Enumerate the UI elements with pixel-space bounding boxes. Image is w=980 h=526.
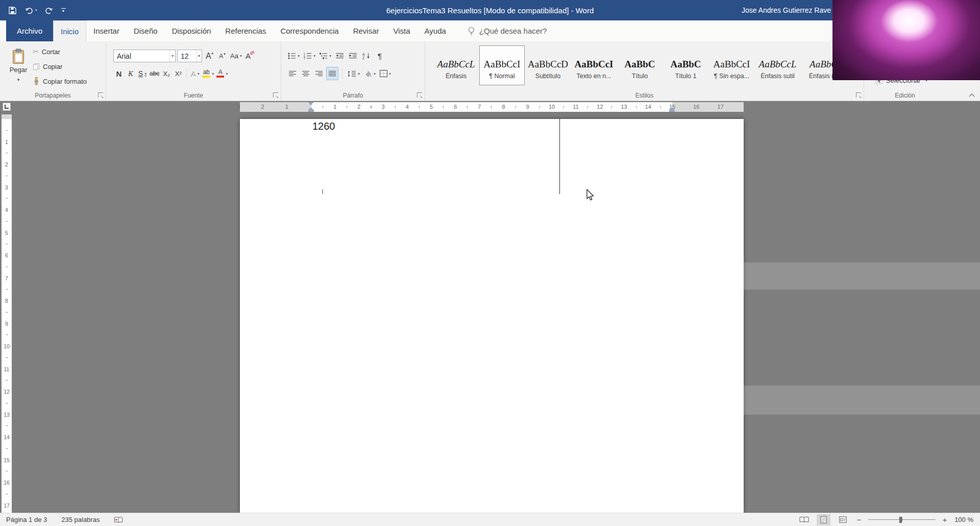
- chevron-down-icon[interactable]: [169, 50, 175, 62]
- shrink-font-button[interactable]: A: [216, 50, 228, 62]
- print-layout-button[interactable]: [817, 514, 830, 525]
- increase-indent-button[interactable]: [348, 50, 359, 62]
- grow-font-button[interactable]: A: [204, 50, 215, 62]
- ruler-number: 5: [430, 104, 433, 110]
- tell-me-search[interactable]: ¿Qué desea hacer?: [453, 20, 547, 41]
- horizontal-ruler[interactable]: 3211234567891011121314151617: [240, 102, 744, 112]
- tab-diseno[interactable]: Diseño: [127, 20, 165, 41]
- paste-button[interactable]: Pegar: [6, 46, 31, 90]
- underline-button[interactable]: S: [137, 67, 148, 80]
- customize-quick-access-button[interactable]: [61, 8, 66, 13]
- chevron-down-icon[interactable]: [196, 50, 202, 62]
- bold-button[interactable]: N: [113, 67, 125, 80]
- decrease-indent-button[interactable]: [334, 50, 346, 62]
- align-center-button[interactable]: [300, 67, 311, 80]
- tab-ayuda[interactable]: Ayuda: [418, 20, 453, 41]
- zoom-slider[interactable]: [868, 516, 936, 523]
- italic-button[interactable]: K: [125, 67, 136, 80]
- borders-button[interactable]: [379, 67, 392, 80]
- text-effects-button[interactable]: A: [189, 67, 201, 80]
- copy-button[interactable]: Copiar: [33, 60, 103, 73]
- clipboard-dialog-launcher[interactable]: [98, 92, 103, 98]
- web-layout-button[interactable]: [836, 514, 850, 525]
- paste-label: Pegar: [10, 66, 28, 74]
- zoom-level[interactable]: 100 %: [954, 516, 973, 523]
- red-bar: [216, 76, 224, 78]
- style-normal[interactable]: AaBbCcI¶ Normal: [480, 46, 524, 85]
- shading-button[interactable]: [363, 67, 377, 80]
- save-button[interactable]: [8, 6, 17, 15]
- grow-font-label: A: [206, 52, 211, 61]
- style-enfasis-sutil[interactable]: AaBbCcLÉnfasis sutil: [755, 46, 800, 85]
- styles-group: AaBbCcLÉnfasis AaBbCcI¶ Normal AaBbCcDSu…: [425, 41, 864, 101]
- tab-inicio[interactable]: Inicio: [53, 20, 86, 41]
- tab-revisar[interactable]: Revisar: [346, 20, 386, 41]
- font-size-combobox[interactable]: 12: [177, 50, 202, 62]
- right-indent-marker[interactable]: [669, 107, 675, 112]
- numbering-button[interactable]: 123: [303, 50, 316, 62]
- paragraph-group: 123 AZ ¶: [281, 41, 425, 101]
- bullets-button[interactable]: [287, 50, 301, 62]
- sort-button[interactable]: AZ: [361, 50, 372, 62]
- ruler-number: 3: [5, 184, 8, 190]
- group-label-styles: Estilos: [425, 92, 864, 99]
- font-dialog-launcher[interactable]: [273, 92, 278, 98]
- proofing-status[interactable]: [114, 516, 123, 523]
- style-sin-espaciado[interactable]: AaBbCcI¶ Sin espa...: [709, 46, 754, 85]
- undo-button[interactable]: [24, 7, 37, 14]
- word-count[interactable]: 235 palabras: [61, 516, 100, 523]
- format-painter-label: Copiar formato: [43, 78, 87, 85]
- ruler-number: 14: [645, 104, 651, 110]
- tab-insertar[interactable]: Insertar: [86, 20, 127, 41]
- read-mode-button[interactable]: [797, 514, 811, 525]
- ruler-number: 11: [4, 366, 10, 372]
- vertical-ruler[interactable]: 1234567891011121314151617: [2, 114, 12, 513]
- hanging-indent-marker[interactable]: [308, 107, 314, 112]
- divider: [186, 68, 187, 79]
- background-band: [744, 262, 980, 290]
- zoom-out-button[interactable]: −: [855, 515, 863, 524]
- style-sample: AaBbC: [618, 47, 662, 70]
- style-subtitulo[interactable]: AaBbCcDSubtítulo: [526, 46, 570, 85]
- style-titulo-1[interactable]: AaBbCTítulo 1: [664, 46, 708, 85]
- redo-button[interactable]: [45, 7, 54, 14]
- change-case-button[interactable]: Aa: [229, 50, 243, 62]
- align-right-button[interactable]: [313, 67, 325, 80]
- highlight-color-button[interactable]: ab: [201, 67, 215, 80]
- style-texto-en-negrita[interactable]: AaBbCcITexto en n...: [572, 46, 616, 85]
- clear-formatting-button[interactable]: A: [244, 50, 256, 62]
- style-titulo[interactable]: AaBbCTítulo: [618, 46, 662, 85]
- multilevel-list-button[interactable]: [318, 50, 332, 62]
- styles-dialog-launcher[interactable]: [856, 92, 861, 98]
- format-painter-button[interactable]: Copiar formato: [33, 75, 103, 87]
- font-family-combobox[interactable]: Arial: [113, 50, 176, 62]
- strikethrough-button[interactable]: abc: [149, 67, 160, 80]
- zoom-thumb[interactable]: [899, 517, 902, 523]
- paragraph-marks-button[interactable]: ¶: [374, 50, 385, 62]
- tab-correspondencia[interactable]: Correspondencia: [273, 20, 346, 41]
- svg-text:3: 3: [304, 57, 305, 59]
- style-enfasis[interactable]: AaBbCcLÉnfasis: [434, 46, 478, 85]
- web-layout-icon: [839, 516, 847, 523]
- superscript-button[interactable]: X²: [173, 67, 184, 80]
- first-line-indent-marker[interactable]: [308, 102, 314, 106]
- tab-stop-selector[interactable]: [3, 103, 11, 111]
- page-indicator[interactable]: Página 1 de 3: [6, 516, 47, 523]
- cut-button[interactable]: ✂ Cortar: [33, 45, 103, 58]
- tab-archivo[interactable]: Archivo: [6, 20, 53, 41]
- align-left-button[interactable]: [287, 67, 298, 80]
- justify-button[interactable]: [327, 67, 338, 80]
- ruler-number: 10: [549, 104, 555, 110]
- tab-referencias[interactable]: Referencias: [218, 20, 273, 41]
- paragraph-dialog-launcher[interactable]: [417, 92, 422, 98]
- zoom-in-button[interactable]: +: [941, 515, 948, 524]
- tab-disposicion[interactable]: Disposición: [165, 20, 218, 41]
- font-color-button[interactable]: A: [215, 67, 229, 80]
- subscript-button[interactable]: X₂: [161, 67, 172, 80]
- collapse-ribbon-button[interactable]: [968, 93, 975, 98]
- document-page[interactable]: 1260: [240, 119, 744, 513]
- account-user-name[interactable]: Jose Andres Gutierrez Rave: [742, 0, 831, 20]
- line-spacing-button[interactable]: [347, 67, 361, 80]
- numbering-icon: 123: [304, 52, 312, 59]
- tab-vista[interactable]: Vista: [386, 20, 417, 41]
